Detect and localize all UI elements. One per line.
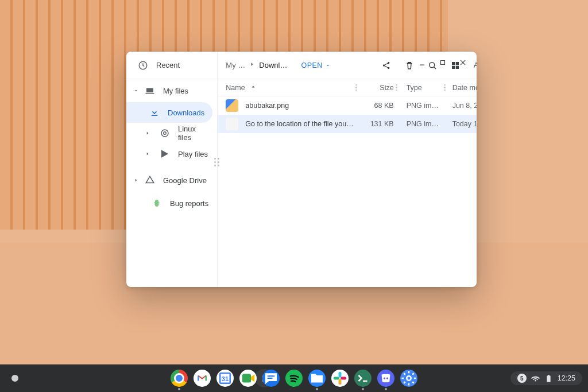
svg-point-1 xyxy=(161,130,168,137)
grid-view-button[interactable] xyxy=(446,56,465,75)
app-calendar[interactable]: 31 xyxy=(216,370,234,387)
search-button[interactable] xyxy=(423,56,442,75)
wifi-icon xyxy=(531,374,540,383)
notification-count: 5 xyxy=(517,374,527,383)
column-size[interactable]: Size xyxy=(359,84,394,92)
sidebar: Recent My files Downloads Linux files Pl… xyxy=(126,52,218,287)
circle-icon xyxy=(11,375,18,382)
svg-point-24 xyxy=(407,376,411,381)
sidebar-label: My files xyxy=(163,87,188,95)
file-date: Jun 8, 2022, 4:… xyxy=(448,102,477,110)
files-app-window: Recent My files Downloads Linux files Pl… xyxy=(126,52,477,287)
file-thumbnail xyxy=(226,99,238,112)
sidebar-label: Recent xyxy=(156,61,180,69)
chevron-right-icon xyxy=(133,176,139,185)
launcher-button[interactable] xyxy=(6,369,24,387)
file-list: abubakar.png 68 KB PNG im… Jun 8, 2022, … xyxy=(218,96,477,287)
svg-rect-8 xyxy=(455,62,458,65)
column-headers: Name Size Type Date modified xyxy=(218,79,477,96)
column-type[interactable]: Type xyxy=(400,84,442,92)
svg-rect-18 xyxy=(339,372,342,378)
share-button[interactable] xyxy=(377,56,396,75)
sidebar-resize-handle[interactable] xyxy=(212,155,221,169)
app-settings[interactable] xyxy=(400,370,417,387)
download-icon xyxy=(149,107,160,118)
delete-button[interactable] xyxy=(400,56,419,75)
app-meet[interactable] xyxy=(239,370,257,387)
sidebar-item-drive[interactable]: Google Drive xyxy=(126,169,217,192)
column-resize-handle[interactable] xyxy=(442,84,448,91)
file-row[interactable]: Go to the location of the file you… 131 … xyxy=(218,115,477,133)
sidebar-label: Play files xyxy=(178,150,208,158)
chevron-right-icon xyxy=(249,61,256,69)
sidebar-item-downloads[interactable]: Downloads xyxy=(126,102,212,123)
open-button[interactable]: OPEN xyxy=(301,61,330,69)
app-gmail[interactable] xyxy=(194,370,211,387)
app-terminal[interactable] xyxy=(354,370,372,387)
app-files[interactable] xyxy=(308,370,326,387)
app-messages[interactable] xyxy=(262,370,280,387)
bug-icon xyxy=(152,198,162,208)
file-size: 68 KB xyxy=(359,102,394,110)
svg-rect-9 xyxy=(452,65,455,68)
svg-rect-17 xyxy=(242,374,251,383)
sidebar-item-bugreports[interactable]: Bug reports xyxy=(126,192,217,215)
file-row[interactable]: abubakar.png 68 KB PNG im… Jun 8, 2022, … xyxy=(218,96,477,115)
clock-time: 12:25 xyxy=(558,374,575,382)
svg-rect-20 xyxy=(339,379,342,385)
file-name: Go to the location of the file you… xyxy=(245,120,353,128)
app-slack[interactable] xyxy=(331,370,349,387)
breadcrumb: My … Downl… xyxy=(226,61,287,69)
svg-point-6 xyxy=(429,62,434,67)
svg-text:31: 31 xyxy=(222,375,229,382)
column-name[interactable]: Name xyxy=(226,84,353,92)
laptop-icon xyxy=(145,86,155,96)
svg-point-2 xyxy=(164,132,167,135)
play-icon xyxy=(160,149,170,159)
svg-rect-21 xyxy=(341,377,346,380)
svg-rect-10 xyxy=(455,65,458,68)
app-spotify[interactable] xyxy=(285,370,303,387)
sidebar-item-myfiles[interactable]: My files xyxy=(126,79,217,102)
sidebar-label: Linux files xyxy=(178,125,209,142)
shelf-apps: 31 xyxy=(171,370,417,387)
file-type: PNG im… xyxy=(400,120,442,128)
chevron-down-icon xyxy=(133,87,139,95)
chevron-right-icon xyxy=(145,150,150,158)
breadcrumb-root[interactable]: My … xyxy=(226,61,245,69)
sort-asc-icon xyxy=(250,84,257,91)
column-resize-handle[interactable] xyxy=(354,84,359,91)
svg-point-4 xyxy=(388,61,389,63)
sort-button[interactable]: AZ xyxy=(469,56,477,75)
main-pane: My … Downl… OPEN AZ Name xyxy=(218,52,477,287)
column-resize-handle[interactable] xyxy=(394,84,400,91)
column-date[interactable]: Date modified xyxy=(448,84,477,92)
file-date: Today 12:15 P… xyxy=(448,120,477,128)
file-thumbnail xyxy=(226,118,238,130)
shelf: 31 5 12:25 xyxy=(0,364,588,392)
sidebar-item-linux[interactable]: Linux files xyxy=(126,123,217,143)
battery-icon xyxy=(544,374,553,383)
chevron-down-icon xyxy=(325,63,331,68)
drive-icon xyxy=(145,175,155,185)
chevron-right-icon xyxy=(145,129,150,138)
svg-rect-19 xyxy=(334,377,339,380)
file-name: abubakar.png xyxy=(245,102,353,110)
sidebar-item-recent[interactable]: Recent xyxy=(126,52,217,79)
file-type: PNG im… xyxy=(400,102,442,110)
sidebar-label: Bug reports xyxy=(170,199,208,208)
svg-point-23 xyxy=(386,377,388,379)
app-discord[interactable] xyxy=(377,370,394,387)
svg-rect-7 xyxy=(452,62,455,65)
file-size: 131 KB xyxy=(359,120,394,128)
linux-icon xyxy=(160,128,170,138)
sidebar-item-play[interactable]: Play files xyxy=(126,143,217,164)
app-chrome[interactable] xyxy=(171,370,188,387)
svg-point-22 xyxy=(384,377,385,379)
sidebar-label: Downloads xyxy=(168,108,204,117)
breadcrumb-current[interactable]: Downl… xyxy=(259,61,287,69)
status-tray[interactable]: 5 12:25 xyxy=(510,371,582,385)
sidebar-label: Google Drive xyxy=(163,176,207,185)
clock-icon xyxy=(138,60,148,71)
svg-point-5 xyxy=(388,67,389,68)
